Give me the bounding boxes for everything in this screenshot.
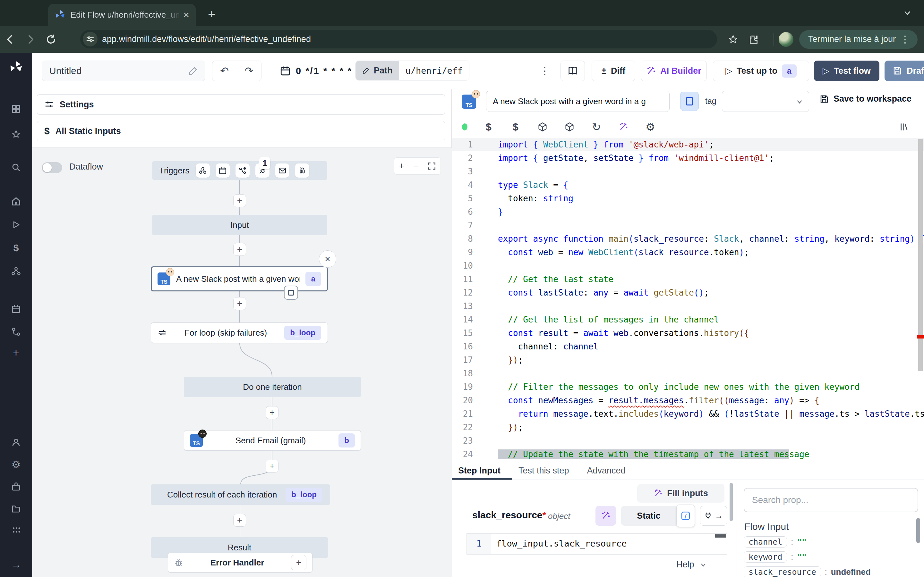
url-bar[interactable]: app.windmill.dev/flows/edit/u/henri/effe… <box>80 30 717 48</box>
sidebar-search-icon[interactable] <box>0 162 32 173</box>
insert-step-button[interactable]: + <box>233 194 246 207</box>
flow-input-prop[interactable]: slack_resource:undefined <box>744 566 871 577</box>
email-trigger-icon[interactable] <box>275 163 289 177</box>
forward-icon[interactable] <box>25 34 45 45</box>
tab-test-this-step[interactable]: Test this step <box>519 466 569 476</box>
node-do-one-iteration[interactable]: Do one iteration <box>184 377 361 397</box>
code-editor[interactable]: 1import { WebClient } from '@slack/web-a… <box>452 138 924 462</box>
chrome-update-button[interactable]: Terminer la mise à jour ⋮ <box>799 30 918 49</box>
prop-scrollbar[interactable] <box>916 518 920 543</box>
schedule-cron[interactable]: 0 */1 * * * * <box>280 61 352 81</box>
code-line[interactable]: 20 const newMessages = result.messages.f… <box>452 394 924 407</box>
sidebar-groups-icon[interactable] <box>0 525 32 536</box>
flow-input-prop[interactable]: channel:"" <box>744 535 871 548</box>
node-triggers[interactable]: Triggers <box>152 161 327 180</box>
assets-icon[interactable]: $ <box>475 121 502 133</box>
variables-icon[interactable]: $ <box>502 121 529 133</box>
expr-option[interactable]: ƒ <box>676 504 695 527</box>
add-error-handler-icon[interactable]: + <box>291 555 306 570</box>
stop-after-step-icon[interactable] <box>284 285 298 300</box>
package-icon[interactable] <box>529 122 556 132</box>
sidebar-settings-icon[interactable]: ⚙ <box>0 459 32 470</box>
tab-search-chevron-icon[interactable] <box>900 6 914 20</box>
insert-step-button[interactable]: + <box>266 406 278 419</box>
zoom-out-icon[interactable]: − <box>413 161 419 171</box>
site-settings-icon[interactable] <box>83 32 97 47</box>
step-summary-input[interactable] <box>486 91 670 112</box>
node-slack-step-a[interactable]: TS A new Slack post with a given wor... … <box>151 266 328 292</box>
insert-step-button[interactable]: + <box>266 460 278 472</box>
node-forloop[interactable]: For loop (skip failures) b_loop <box>151 322 328 343</box>
sidebar-user-icon[interactable] <box>0 437 32 448</box>
undo-button[interactable]: ↶ <box>212 65 237 77</box>
code-line[interactable]: 15 const result = await web.conversation… <box>452 326 924 340</box>
zoom-in-icon[interactable]: + <box>399 161 405 171</box>
flow-input-prop[interactable]: keyword:"" <box>744 550 871 563</box>
sidebar-runs-icon[interactable] <box>0 219 32 230</box>
sidebar-folders-icon[interactable] <box>0 503 32 514</box>
code-line[interactable]: 24 // Update the state with the timestam… <box>452 448 924 461</box>
reload-script-icon[interactable]: ↻ <box>583 121 610 133</box>
back-icon[interactable] <box>5 34 25 45</box>
code-line[interactable]: 9 const web = new WebClient(slack_resour… <box>452 245 924 259</box>
more-menu-icon[interactable]: ⋮ <box>538 61 551 81</box>
path-chip[interactable]: Path u/henri/eff <box>355 61 469 81</box>
ai-builder-button[interactable]: AI Builder <box>641 61 707 81</box>
script-box-button[interactable] <box>680 92 699 111</box>
code-line[interactable]: 3 <box>452 165 924 178</box>
code-line[interactable]: 17 }); <box>452 353 924 367</box>
test-up-to-button[interactable]: ▷ Test up to a <box>713 61 809 81</box>
code-line[interactable]: 2import { getState, setState } from 'win… <box>452 151 924 165</box>
code-line[interactable]: 6} <box>452 205 924 219</box>
poll-icon[interactable] <box>295 163 309 177</box>
tab-step-input[interactable]: Step Input <box>458 466 501 476</box>
webhook-icon[interactable] <box>196 163 210 177</box>
sidebar-workers-icon[interactable] <box>0 482 32 492</box>
node-collect-result[interactable]: Collect result of each iteration b_loop <box>151 484 330 505</box>
node-send-email[interactable]: TS Send Email (gmail) b <box>184 430 361 451</box>
sidebar-apps-icon[interactable] <box>0 103 32 114</box>
sidebar-schedules-icon[interactable] <box>0 303 32 314</box>
sidebar-plus-icon[interactable]: + <box>0 347 32 358</box>
edit-pencil-icon[interactable] <box>188 66 198 76</box>
settings-row[interactable]: Settings <box>37 94 445 115</box>
diff-button[interactable]: ± Diff <box>591 61 635 81</box>
code-line[interactable]: 5 token: string <box>452 192 924 205</box>
connect-input-button[interactable]: → <box>700 506 727 526</box>
code-line[interactable]: 8export async function main(slack_resour… <box>452 232 924 245</box>
bookmark-star-icon[interactable] <box>728 34 748 45</box>
extensions-icon[interactable] <box>748 34 769 45</box>
fill-inputs-button[interactable]: Fill inputs <box>637 484 724 503</box>
draft-button[interactable]: Draft <box>885 61 924 81</box>
code-line[interactable]: 4type Slack = { <box>452 178 924 192</box>
editor-settings-icon[interactable]: ⚙ <box>637 121 664 133</box>
code-line[interactable]: 1import { WebClient } from '@slack/web-a… <box>452 138 924 151</box>
code-line[interactable]: 23 <box>452 434 924 448</box>
fit-view-icon[interactable] <box>428 162 436 170</box>
test-flow-button[interactable]: ▷ Test flow <box>814 61 879 81</box>
redo-button[interactable]: ↷ <box>237 65 262 77</box>
node-error-handler[interactable]: Error Handler + <box>168 553 312 572</box>
code-line[interactable]: 14 // Get the list of messages in the ch… <box>452 313 924 326</box>
code-line[interactable]: 13 <box>452 300 924 313</box>
code-line[interactable]: 22 }); <box>452 421 924 434</box>
tag-select[interactable] <box>722 91 809 112</box>
sidebar-integrations-icon[interactable] <box>0 326 32 337</box>
tab-advanced[interactable]: Advanced <box>587 466 626 476</box>
code-line[interactable]: 10 <box>452 259 924 272</box>
avatar[interactable] <box>779 32 793 47</box>
save-to-workspace-button[interactable]: Save to workspace <box>819 94 911 104</box>
ai-fill-button[interactable] <box>596 506 616 526</box>
sidebar-favorites-icon[interactable] <box>0 129 32 140</box>
library-icon[interactable] <box>891 122 918 132</box>
flow-graph-canvas[interactable]: Dataflow + − Triggers <box>32 147 452 577</box>
schedule-icon[interactable] <box>216 163 230 177</box>
package-icon[interactable] <box>556 122 583 132</box>
chrome-menu-icon[interactable]: ⋮ <box>896 34 914 45</box>
code-line[interactable]: 12 const lastState: any = await getState… <box>452 286 924 300</box>
node-input[interactable]: Input <box>152 215 327 235</box>
expr-editor[interactable]: 1 flow_input.slack_resource <box>467 533 727 554</box>
sidebar-collapse-icon[interactable]: → <box>0 559 32 570</box>
insert-step-button[interactable]: + <box>233 297 246 310</box>
code-line[interactable]: 16 channel: channel <box>452 340 924 353</box>
